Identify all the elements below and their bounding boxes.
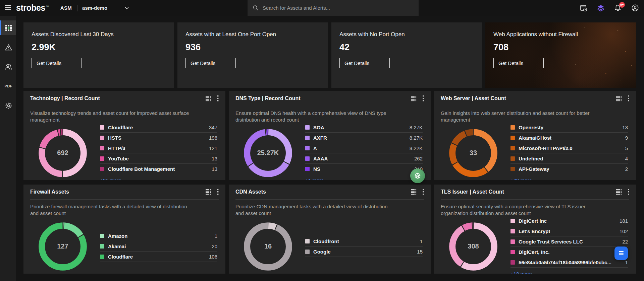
get-details-button[interactable]: Get Details xyxy=(493,58,544,68)
chart-legend: Cloudflare347HSTS198HTTP/3121YouTube13Cl… xyxy=(100,122,217,180)
get-details-button[interactable]: Get Details xyxy=(32,58,82,68)
legend-item[interactable]: HTTP/3121 xyxy=(100,143,217,153)
support-chat-button[interactable] xyxy=(614,247,628,260)
legend-label: NS xyxy=(313,166,320,172)
sidebar-item-users[interactable] xyxy=(0,59,16,74)
ai-assistant-button[interactable] xyxy=(410,168,425,183)
pdf-icon: PDF xyxy=(5,84,12,88)
legend-item[interactable]: Undefined4 xyxy=(511,153,628,164)
legend-label: SOA xyxy=(313,125,324,130)
donut-total: 33 xyxy=(449,129,498,178)
donut-chart[interactable]: 16 xyxy=(244,222,292,271)
left-sidebar: PDF xyxy=(0,16,16,281)
donut-total: 25.27K xyxy=(244,129,292,178)
legend-item[interactable]: 56e84ab0a5b74cf18b0458986bfe0cbc...1 xyxy=(511,257,628,268)
kebab-menu-icon[interactable] xyxy=(217,95,219,101)
legend-more-link[interactable]: +1 more xyxy=(305,178,324,180)
strobes-logo[interactable]: strobes ™ xyxy=(16,3,49,13)
donut-chart[interactable]: 308 xyxy=(449,222,498,271)
kebab-menu-icon[interactable] xyxy=(628,189,629,195)
dashboard-content: Assets Discovered Last 30 Days 2.99K Get… xyxy=(16,16,644,281)
legend-item[interactable]: Google Trust Services LLC22 xyxy=(511,236,628,247)
legend-item[interactable]: A8.22K xyxy=(305,143,423,153)
legend-more-link[interactable]: +81 more xyxy=(100,178,121,180)
legend-item[interactable]: Cloudflare347 xyxy=(100,122,217,133)
kebab-menu-icon[interactable] xyxy=(423,189,424,195)
legend-swatch xyxy=(305,146,310,150)
legend-item[interactable]: NS240 xyxy=(305,164,423,174)
notifications-bell-icon[interactable]: 9+ xyxy=(612,2,624,14)
legend-label: Cloudflare xyxy=(108,125,133,130)
kebab-menu-icon[interactable] xyxy=(423,95,424,101)
chart-description: Prioritize CDN management tasks with a d… xyxy=(235,203,396,217)
chart-actions xyxy=(205,189,219,195)
kebab-menu-icon[interactable] xyxy=(217,189,219,195)
table-view-icon[interactable] xyxy=(205,189,212,195)
top-nav: strobes ™ ASM asm-demo 9+ xyxy=(0,0,644,16)
hamburger-menu-icon[interactable] xyxy=(0,0,15,16)
legend-label: AXFR xyxy=(313,135,327,141)
legend-item[interactable]: Amazon1 xyxy=(100,231,217,241)
search-input[interactable] xyxy=(263,5,413,11)
get-details-button[interactable]: Get Details xyxy=(339,58,390,68)
chart-description: Ensure optimal security with a comprehen… xyxy=(441,203,602,217)
legend-item[interactable]: Cloudflare106 xyxy=(100,252,217,262)
legend-item[interactable]: Microsoft-HTTPAPI/2.05 xyxy=(511,143,628,153)
legend-swatch xyxy=(100,234,104,238)
table-view-icon[interactable] xyxy=(411,189,417,195)
donut-chart[interactable]: 33 xyxy=(449,129,498,178)
sidebar-item-settings[interactable] xyxy=(0,98,16,113)
table-view-icon[interactable] xyxy=(411,95,417,101)
get-details-button[interactable]: Get Details xyxy=(185,58,236,68)
legend-value: 8.22K xyxy=(410,145,423,151)
legend-label: Cloudflare xyxy=(108,254,133,260)
integrations-layers-icon[interactable] xyxy=(595,2,606,14)
legend-label: API-Gateway xyxy=(519,166,549,172)
legend-more-link[interactable]: +18 more xyxy=(511,271,532,274)
legend-value: 1 xyxy=(625,260,628,265)
table-view-icon[interactable] xyxy=(205,95,212,101)
legend-swatch xyxy=(511,167,515,171)
legend-value: 1 xyxy=(215,233,217,239)
legend-swatch xyxy=(511,136,515,140)
stat-card-no-port-open: Assets with No Port Open 42 Get Details xyxy=(331,22,482,88)
legend-item[interactable]: AXFR8.27K xyxy=(305,133,423,143)
legend-item[interactable]: YouTube13 xyxy=(100,153,217,164)
legend-item[interactable]: API-Gateway2 xyxy=(511,164,628,174)
legend-label: A xyxy=(313,145,317,151)
legend-item[interactable]: AkamaiGHost9 xyxy=(511,133,628,143)
legend-item[interactable]: Google15 xyxy=(305,247,423,257)
legend-item[interactable]: DigiCert, Inc.2 xyxy=(511,247,628,257)
legend-item[interactable]: SOA8.27K xyxy=(305,122,423,133)
legend-item[interactable]: Let's Encrypt102 xyxy=(511,226,628,236)
sidebar-item-alerts[interactable] xyxy=(0,40,16,55)
chart-actions xyxy=(205,95,219,101)
legend-item[interactable]: Openresty13 xyxy=(511,122,628,133)
chart-actions xyxy=(411,95,424,101)
legend-item[interactable]: AAAA262 xyxy=(305,153,423,164)
legend-label: Openresty xyxy=(519,125,543,130)
user-profile-icon[interactable] xyxy=(629,2,641,14)
donut-chart[interactable]: 25.27K xyxy=(244,129,292,178)
scan-schedule-icon[interactable] xyxy=(578,2,589,14)
legend-item[interactable]: HSTS198 xyxy=(100,133,217,143)
legend-swatch xyxy=(305,125,310,130)
table-view-icon[interactable] xyxy=(616,189,623,195)
donut-chart[interactable]: 127 xyxy=(38,222,87,271)
legend-swatch xyxy=(100,125,104,130)
legend-item[interactable]: Akamai20 xyxy=(100,241,217,252)
legend-more-link[interactable]: +49 more xyxy=(511,178,532,180)
workspace-selector[interactable]: asm-demo xyxy=(82,5,129,11)
legend-value: 22 xyxy=(622,239,628,244)
sidebar-item-dashboard[interactable] xyxy=(0,20,16,35)
legend-swatch xyxy=(511,146,515,150)
table-view-icon[interactable] xyxy=(616,95,623,101)
kebab-menu-icon[interactable] xyxy=(628,95,629,101)
legend-label: Cloudflare Bot Management xyxy=(108,166,175,172)
legend-item[interactable]: DigiCert Inc181 xyxy=(511,216,628,226)
sidebar-item-pdf-report[interactable]: PDF xyxy=(0,79,16,93)
legend-item[interactable]: Cloudfront1 xyxy=(305,236,423,247)
legend-value: 8.27K xyxy=(410,135,423,141)
legend-item[interactable]: Cloudflare Bot Management13 xyxy=(100,164,217,174)
donut-chart[interactable]: 692 xyxy=(38,129,87,178)
